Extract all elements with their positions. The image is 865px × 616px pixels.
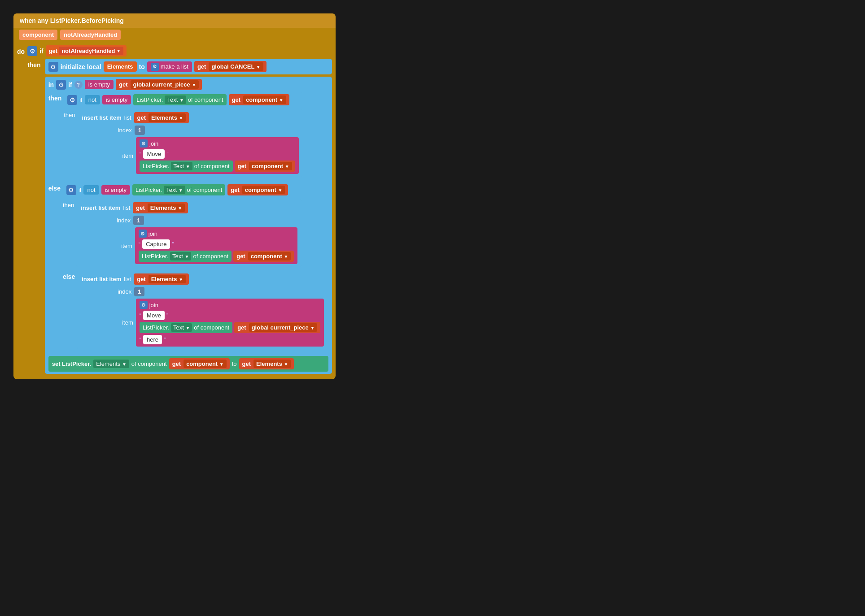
param-not-already-handled[interactable]: notAlreadyHandled [60,30,121,40]
insert-item-1: item ⚙ join [82,137,299,174]
get-not-already-handled[interactable]: get notAlreadyHandled ▼ [46,45,127,56]
gear-icon-5[interactable]: ⚙ [67,95,77,105]
insert-index-2: index 1 [81,216,297,225]
main-event-block: when any ListPicker.BeforePicking compon… [13,13,336,379]
insert-header-1: insert list item list get Elements ▼ [82,112,299,123]
not-block-2[interactable]: not [83,185,99,195]
to-label-set: to [232,360,237,367]
else-insert-2: else insert list item list get [63,271,328,349]
if-not-is-empty-2: ⚙ if not is empty [63,182,328,197]
gear-icon-1[interactable]: ⚙ [27,46,37,56]
here-string[interactable]: here [143,335,162,344]
insert-list-item-label-2: insert list item [81,204,120,211]
join-label-2: join [149,230,157,237]
set-label: set ListPicker. [52,360,91,367]
make-list-block[interactable]: ⚙ make a list [147,61,192,72]
join-block-3: ⚙ join “ Move ” [136,299,324,347]
elements-dropdown[interactable]: Elements ▼ [93,360,129,368]
not-block-1[interactable]: not [85,95,100,104]
join-here-string: “ here ” [140,335,321,344]
elements-var-block[interactable]: Elements [104,61,137,72]
if-label-3: if [79,96,83,103]
item-label-2: item [121,243,132,249]
gear-icon-4[interactable]: ⚙ [56,80,66,90]
get-component-2[interactable]: get component ▼ [227,184,288,195]
get-global-cancel[interactable]: get global CANCEL ▼ [194,61,266,72]
get-global-current-piece-join[interactable]: get global current_piece ▼ [234,322,320,333]
then-section-1: then ⚙ initialize local Elements to ⚙ [27,59,332,374]
index-label-3: index [118,288,131,295]
gear-icon-3[interactable]: ⚙ [151,63,159,71]
join-header-1: ⚙ join [140,139,295,147]
else-label-1: else [48,182,61,192]
get-component-set[interactable]: get component ▼ [169,358,230,369]
gear-icon-join-1[interactable]: ⚙ [140,139,148,147]
listpicker-text-1[interactable]: ListPicker. Text ▼ of component [133,94,226,105]
make-list-label: make a list [161,63,188,70]
get-elements-2[interactable]: get Elements ▼ [133,202,188,213]
param-component[interactable]: component [19,30,57,40]
join-block-1: ⚙ join “ Move ” [136,137,299,174]
insert-list-block-3: insert list item list get Elements ▼ [77,271,328,349]
question-icon-1: ? [74,81,83,89]
insert-then-2: then insert list item list get [63,200,328,267]
set-listpicker-elements: set ListPicker. Elements ▼ of component … [48,356,329,372]
insert-list-block-2: insert list item list get Elements ▼ [76,200,302,267]
get-elements-set[interactable]: get Elements ▼ [239,358,294,369]
insert-list-block-1: insert list item list get Elements ▼ [78,109,303,177]
if-not-is-empty-1: ⚙ if not is empty [64,92,303,107]
listpicker-text-join-3[interactable]: ListPicker. Text ▼ of component [140,322,232,333]
in-section: in ⚙ if ? is empty get glo [45,77,332,374]
index-label-1: index [118,127,132,134]
then-label-4: then [63,200,74,208]
is-empty-block-2[interactable]: is empty [102,95,131,104]
join-listpicker-2: ListPicker. Text ▼ of component [139,251,294,262]
gear-icon-2[interactable]: ⚙ [48,62,58,72]
get-elements-3[interactable]: get Elements ▼ [134,273,189,285]
join-listpicker-1: ListPicker. Text ▼ of component [140,161,295,172]
then-label-3: then [64,109,75,118]
else-label-2: else [63,271,75,280]
if-label-4: if [79,187,82,193]
get-elements-1[interactable]: get Elements ▼ [134,112,189,123]
join-label-3: join [149,302,158,308]
join-string-2: “ Capture ” [139,239,294,249]
listpicker-text-join-1[interactable]: ListPicker. Text ▼ of component [140,161,232,172]
move-string[interactable]: Move [143,149,165,159]
insert-list-item-label: insert list item [82,114,122,121]
params-row: component notAlreadyHandled [13,28,336,43]
get-global-current-piece-1[interactable]: get global current_piece ▼ [116,79,202,90]
join-string-1: “ Move ” [140,149,295,159]
index-val-2[interactable]: 1 [133,216,144,225]
listpicker-text-join-2[interactable]: ListPicker. Text ▼ of component [139,251,232,262]
gear-icon-join-3[interactable]: ⚙ [140,301,148,309]
is-empty-block-1[interactable]: is empty [85,80,114,89]
get-component-1[interactable]: get component ▼ [229,94,289,105]
then-label-2: then [48,92,62,102]
join-label-1: join [149,140,158,147]
initialize-label: initialize local [61,63,101,70]
index-val-3[interactable]: 1 [134,287,144,296]
join-string-move2: “ Move ” [140,311,321,320]
to-label-1: to [139,63,145,70]
join-block-2: ⚙ join “ Capture ” [135,227,298,264]
is-empty-block-3[interactable]: is empty [101,185,130,195]
get-component-join-2[interactable]: get component ▼ [233,251,294,262]
join-listpicker-3: ListPicker. Text ▼ of component [140,322,321,333]
insert-index-1: index 1 [82,126,299,135]
index-label-2: index [117,217,131,224]
in-if-row: in ⚙ if ? is empty get glo [48,79,329,90]
insert-then-1: then insert list item list get [64,109,303,177]
move-string-2[interactable]: Move [143,311,165,320]
listpicker-text-2[interactable]: ListPicker. Text ▼ of component [132,184,225,195]
get-component-join-1[interactable]: get component ▼ [235,161,295,172]
join-header-2: ⚙ join [139,230,294,238]
capture-string[interactable]: Capture [142,239,170,249]
then-label-1: then [27,59,41,69]
index-val-1[interactable]: 1 [135,126,145,135]
list-label-2: list [123,204,130,211]
gear-icon-6[interactable]: ⚙ [66,185,76,195]
gear-icon-join-2[interactable]: ⚙ [139,230,147,238]
insert-header-3: insert list item list get Elements ▼ [82,273,324,285]
inner-else-1: else ⚙ if not [48,182,329,349]
